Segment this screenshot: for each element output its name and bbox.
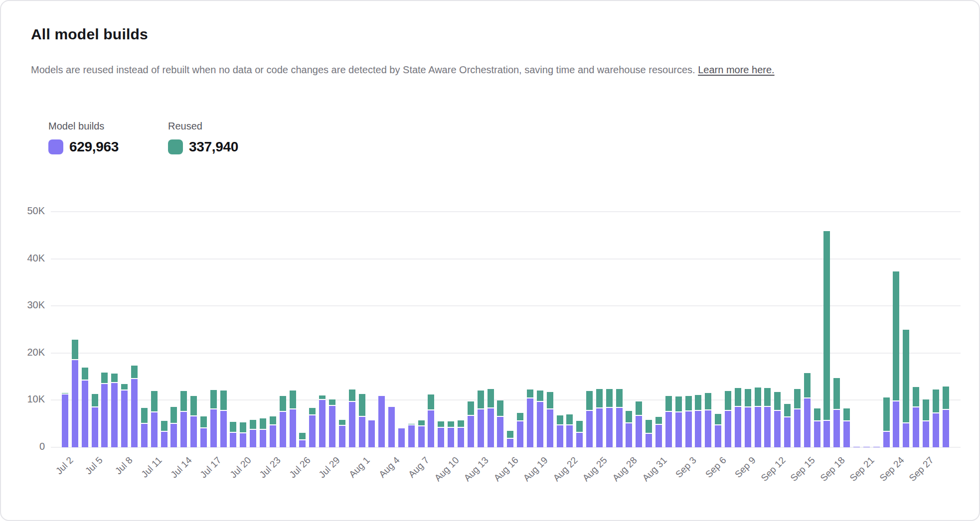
bar-jul-29[interactable] (329, 399, 335, 447)
bar-jul-23[interactable] (270, 416, 276, 447)
bar-aug-8[interactable] (428, 394, 434, 447)
bar-aug-20[interactable] (547, 392, 553, 447)
bar-segment-reused (240, 422, 246, 433)
bar-aug-6[interactable] (408, 424, 415, 447)
bar-aug-2[interactable] (368, 420, 375, 447)
bar-sep-18[interactable] (833, 378, 840, 447)
bar-aug-12[interactable] (468, 401, 474, 447)
bar-jul-10[interactable] (141, 408, 148, 447)
bar-jul-31[interactable] (349, 390, 355, 447)
bar-sep-6[interactable] (715, 414, 721, 447)
bar-jul-22[interactable] (260, 418, 266, 447)
bar-sep-23[interactable] (883, 397, 890, 447)
bar-sep-17[interactable] (823, 231, 830, 447)
bar-aug-26[interactable] (606, 389, 613, 447)
bar-aug-18[interactable] (527, 390, 533, 447)
bar-aug-29[interactable] (636, 401, 642, 447)
bar-jul-2[interactable] (62, 393, 68, 447)
bar-jul-30[interactable] (339, 420, 345, 447)
bar-sep-29[interactable] (943, 387, 949, 447)
bar-sep-14[interactable] (794, 389, 801, 447)
bar-aug-28[interactable] (626, 411, 632, 447)
bar-jul-13[interactable] (170, 407, 177, 447)
bar-aug-15[interactable] (497, 400, 503, 447)
bar-jul-19[interactable] (230, 422, 236, 447)
bar-sep-7[interactable] (725, 391, 731, 448)
bar-aug-9[interactable] (438, 421, 444, 447)
bar-sep-11[interactable] (764, 388, 771, 447)
bar-sep-5[interactable] (705, 393, 711, 447)
bar-segment-reused (804, 373, 811, 398)
bar-aug-13[interactable] (478, 391, 484, 447)
bar-jul-5[interactable] (92, 394, 98, 447)
bar-jul-7[interactable] (111, 374, 118, 448)
bar-sep-24[interactable] (893, 271, 899, 447)
bar-aug-19[interactable] (537, 391, 543, 447)
bar-sep-1[interactable] (665, 396, 672, 447)
bar-sep-20[interactable] (853, 447, 860, 447)
bar-aug-14[interactable] (488, 389, 494, 447)
bar-jul-15[interactable] (190, 396, 197, 447)
bar-sep-26[interactable] (913, 387, 919, 447)
bar-sep-25[interactable] (903, 330, 909, 447)
bar-jul-20[interactable] (240, 422, 246, 447)
bar-aug-7[interactable] (418, 420, 425, 447)
bar-sep-27[interactable] (923, 399, 929, 447)
bar-segment-reused (190, 396, 197, 416)
bar-jul-17[interactable] (210, 390, 217, 447)
bar-sep-3[interactable] (685, 396, 692, 447)
bar-jul-8[interactable] (121, 384, 128, 447)
bar-jul-24[interactable] (280, 396, 286, 447)
bar-sep-28[interactable] (933, 390, 939, 447)
bar-aug-23[interactable] (576, 421, 583, 447)
bar-sep-10[interactable] (755, 388, 761, 447)
bar-aug-22[interactable] (566, 414, 573, 447)
bar-aug-25[interactable] (596, 389, 603, 447)
bar-sep-9[interactable] (745, 389, 751, 447)
bar-jul-16[interactable] (200, 416, 207, 447)
bar-jul-9[interactable] (131, 366, 138, 447)
bar-aug-5[interactable] (398, 428, 405, 447)
bar-aug-17[interactable] (517, 413, 523, 447)
bar-sep-4[interactable] (695, 395, 701, 447)
bar-segment-reused (161, 421, 167, 432)
bar-jul-26[interactable] (299, 433, 306, 447)
bar-aug-30[interactable] (646, 420, 652, 447)
bar-jul-27[interactable] (309, 408, 316, 447)
bar-jul-18[interactable] (220, 391, 227, 447)
learn-more-link[interactable]: Learn more here. (698, 64, 774, 75)
bar-aug-21[interactable] (557, 415, 563, 447)
bar-sep-2[interactable] (675, 396, 682, 447)
bar-sep-22[interactable] (873, 447, 880, 447)
bar-aug-11[interactable] (458, 420, 464, 447)
bar-aug-1[interactable] (359, 394, 365, 447)
bar-aug-16[interactable] (507, 431, 513, 447)
bar-jul-4[interactable] (82, 368, 88, 447)
bar-segment-model-builds (220, 411, 227, 447)
bar-sep-13[interactable] (784, 404, 791, 447)
bar-sep-16[interactable] (814, 408, 820, 448)
bar-jul-11[interactable] (151, 391, 158, 447)
bar-aug-4[interactable] (388, 407, 395, 447)
bar-sep-19[interactable] (843, 408, 850, 448)
bar-segment-reused (833, 378, 840, 410)
bar-aug-10[interactable] (448, 421, 454, 447)
bar-sep-15[interactable] (804, 373, 811, 447)
bar-sep-12[interactable] (774, 392, 781, 447)
bar-sep-21[interactable] (863, 447, 870, 447)
bar-aug-24[interactable] (586, 391, 593, 447)
bar-aug-31[interactable] (655, 417, 662, 447)
bar-jul-21[interactable] (250, 420, 256, 447)
bar-jul-12[interactable] (161, 421, 167, 447)
bar-aug-27[interactable] (616, 389, 623, 447)
bar-jul-25[interactable] (290, 391, 296, 447)
bar-aug-3[interactable] (378, 396, 385, 447)
bar-sep-8[interactable] (735, 388, 741, 447)
bar-jul-3[interactable] (72, 340, 78, 447)
bar-segment-reused (270, 416, 276, 426)
bar-jul-28[interactable] (319, 395, 326, 447)
bar-segment-reused (636, 401, 642, 415)
x-axis-label-jul-17: Jul 17 (198, 455, 223, 480)
bar-jul-6[interactable] (101, 373, 108, 447)
bar-jul-14[interactable] (180, 391, 187, 447)
